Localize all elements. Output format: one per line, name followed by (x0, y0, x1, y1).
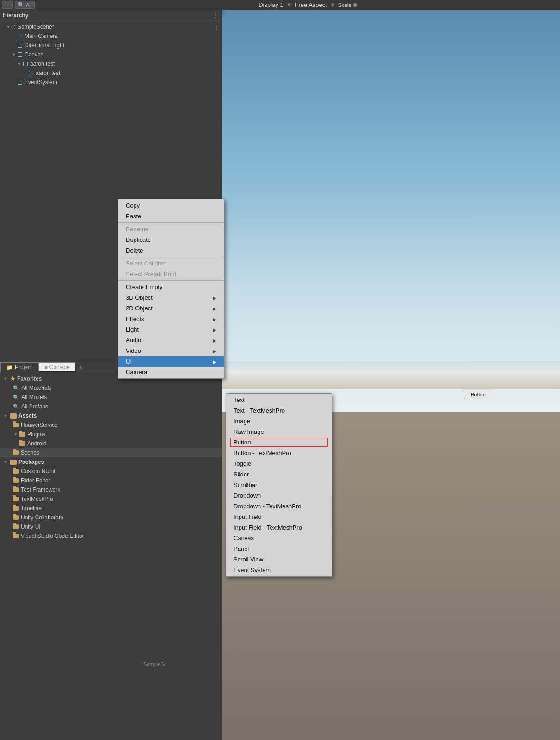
scene-button-widget: Button (464, 390, 492, 399)
tab-project[interactable]: 📁 Project (0, 362, 38, 372)
canvas-expand-arrow[interactable] (11, 52, 17, 57)
assets-header: Assets (0, 411, 222, 420)
ctx-ui[interactable]: UI (118, 356, 224, 367)
scenes-item[interactable]: Scenes (0, 448, 222, 457)
tree-item-aarontest2[interactable]: aaron test (0, 68, 222, 78)
timeline-icon (13, 506, 19, 511)
packages-folder-icon (10, 460, 17, 465)
tree-item-eventsystem[interactable]: EventSystem (0, 78, 222, 87)
sub-input-field-tmp[interactable]: Input Field - TextMeshPro (226, 522, 332, 533)
unity-ui-item[interactable]: Unity UI (0, 522, 222, 531)
ctx-audio[interactable]: Audio (118, 335, 224, 345)
tree-item-samplescene[interactable]: ⬡ SampleScene* ⋮ (0, 22, 222, 31)
aarontest1-expand-arrow[interactable] (17, 61, 22, 67)
sub-scroll-view[interactable]: Scroll View (226, 554, 332, 565)
sub-panel[interactable]: Panel (226, 543, 332, 554)
assets-expand[interactable] (3, 413, 8, 419)
ctx-video[interactable]: Video (118, 345, 224, 356)
unity-collaborate-item[interactable]: Unity Collaborate (0, 513, 222, 522)
light-arrow (213, 326, 216, 333)
sub-text[interactable]: Text (226, 395, 332, 405)
plugins-folder-icon (19, 432, 25, 437)
ctx-2d-object[interactable]: 2D Object (118, 303, 224, 314)
tree-item-aarontest1[interactable]: aaron test (0, 59, 222, 68)
timeline-item[interactable]: Timeline (0, 504, 222, 513)
tree-item-canvas[interactable]: Canvas (0, 50, 222, 59)
hamburger-menu[interactable]: ☰ (2, 1, 13, 9)
cube-icon-canvas (17, 51, 23, 58)
huawei-service-item[interactable]: HuaweiService (0, 420, 222, 430)
sub-dropdown-tmp[interactable]: Dropdown - TextMeshPro (226, 501, 332, 512)
sub-scrollbar[interactable]: Scrollbar (226, 480, 332, 490)
eventsystem-label: EventSystem (25, 79, 57, 86)
tree-item-dirlight[interactable]: Directional Light (0, 41, 222, 50)
display-label: Display 1 (258, 1, 283, 8)
ctx-effects[interactable]: Effects (118, 314, 224, 324)
ctx-delete[interactable]: Delete (118, 245, 224, 256)
tab-console[interactable]: ≡ Console (38, 362, 75, 372)
rider-editor-icon (13, 478, 19, 483)
sub-canvas[interactable]: Canvas (226, 533, 332, 543)
ui-submenu: Text Text - TextMeshPro Image Raw Image … (226, 393, 332, 577)
canvas-label: Canvas (25, 51, 43, 58)
ctx-sep-1 (118, 222, 224, 223)
android-item[interactable]: Android (0, 439, 222, 448)
hierarchy-title: Hierarchy (3, 12, 28, 18)
sub-image[interactable]: Image (226, 416, 332, 426)
sub-button[interactable]: Button (226, 437, 332, 448)
custom-nunit-icon (13, 469, 19, 474)
vscode-editor-item[interactable]: Visual Studio Code Editor (0, 531, 222, 541)
add-tab-button[interactable]: + (76, 362, 86, 372)
aarontest2-label: aaron test (36, 70, 60, 76)
dirlight-label: Directional Light (25, 42, 64, 49)
all-models-item[interactable]: 🔍 All Models (0, 393, 222, 402)
android-folder-icon (19, 441, 25, 446)
sub-button-tmp[interactable]: Button - TextMeshPro (226, 448, 332, 458)
project-panel: 📁 Project ≡ Console + ★ Favorites 🔍 (0, 362, 222, 740)
ctx-duplicate[interactable]: Duplicate (118, 234, 224, 245)
sub-toggle[interactable]: Toggle (226, 458, 332, 469)
ctx-create-empty[interactable]: Create Empty (118, 282, 224, 292)
textmeshpro-icon (13, 497, 19, 501)
unity-ui-icon (13, 524, 19, 529)
scale-slider[interactable] (353, 3, 357, 7)
vscode-editor-icon (13, 534, 19, 538)
textmeshpro-item[interactable]: TextMeshPro (0, 494, 222, 504)
test-framework-item[interactable]: Test Framework (0, 485, 222, 494)
rider-editor-item[interactable]: Rider Editor (0, 476, 222, 485)
ctx-camera[interactable]: Camera (118, 367, 224, 377)
assets-folder-icon (10, 413, 17, 419)
tree-item-maincamera[interactable]: Main Camera (0, 31, 222, 41)
favorites-expand[interactable] (3, 376, 8, 382)
sub-slider[interactable]: Slider (226, 469, 332, 480)
cube-icon-aarontest1 (22, 61, 29, 67)
plugins-expand[interactable] (13, 432, 18, 437)
sub-raw-image[interactable]: Raw Image (226, 426, 332, 437)
custom-nunit-item[interactable]: Custom NUnit (0, 467, 222, 476)
expand-arrow[interactable] (6, 24, 11, 30)
sub-text-tmp[interactable]: Text - TextMeshPro (226, 405, 332, 416)
all-prefabs-item[interactable]: 🔍 All Prefabs (0, 402, 222, 411)
main-layout: Hierarchy ⋮ ⬡ SampleScene* ⋮ (0, 10, 560, 740)
packages-expand[interactable] (3, 459, 8, 465)
search-btn[interactable]: 🔍 All (15, 1, 35, 9)
context-menu-overlay[interactable]: Copy Paste Rename Duplicate Delete Selec… (118, 199, 224, 379)
ctx-copy[interactable]: Copy (118, 200, 224, 211)
hierarchy-menu-dots[interactable]: ⋮ (212, 12, 219, 19)
samplesc-label: SampleSc... (143, 661, 171, 667)
ui-arrow (213, 358, 216, 365)
sub-dropdown[interactable]: Dropdown (226, 490, 332, 501)
ctx-3d-object[interactable]: 3D Object (118, 292, 224, 303)
display-selector: Display 1 ▼ Free Aspect ▼ Scale (258, 1, 357, 8)
cube-icon-dirlight (17, 42, 23, 49)
plugins-item[interactable]: Plugins (0, 430, 222, 439)
all-materials-item[interactable]: 🔍 All Materials (0, 383, 222, 393)
project-content: ★ Favorites 🔍 All Materials 🔍 All Models… (0, 372, 222, 740)
ctx-light[interactable]: Light (118, 324, 224, 335)
ctx-sep-2 (118, 257, 224, 257)
sub-input-field[interactable]: Input Field (226, 512, 332, 522)
aspect-label: Free Aspect (295, 1, 327, 8)
scene-dots[interactable]: ⋮ (213, 23, 220, 31)
sub-event-system[interactable]: Event System (226, 565, 332, 575)
ctx-paste[interactable]: Paste (118, 211, 224, 222)
